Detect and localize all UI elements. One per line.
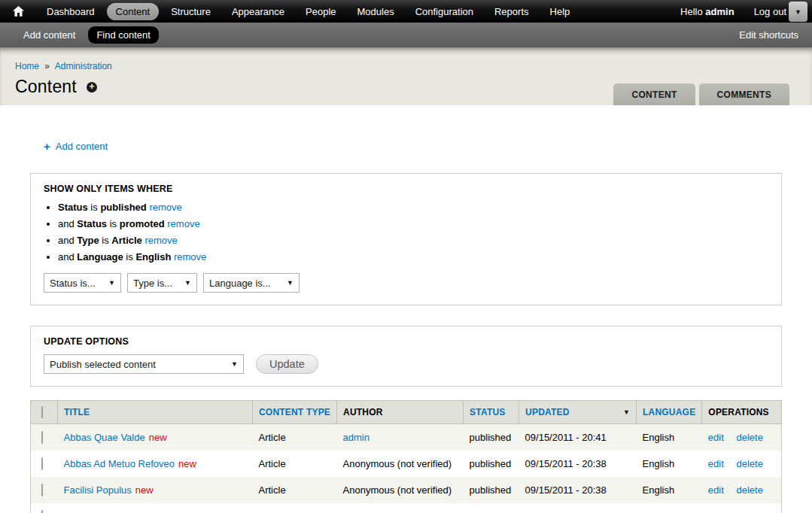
- update-select-value: Publish selected content: [50, 359, 156, 370]
- sort-desc-icon: ▼: [623, 408, 630, 416]
- table-header-cell[interactable]: STATUS: [464, 401, 519, 424]
- author-cell: Anonymous (not verified): [343, 484, 452, 496]
- toolbar-menu-item[interactable]: Dashboard: [38, 3, 104, 20]
- toolbar-menu-item[interactable]: Structure: [162, 3, 220, 20]
- row-checkbox[interactable]: [41, 431, 43, 444]
- filter-controls: Status is... ▼ Type is... ▼ Language is.…: [44, 273, 768, 293]
- column-label: OPERATIONS: [708, 407, 768, 417]
- table-row: Abbas Quae Valdenew Article admin publis…: [31, 424, 782, 451]
- column-label: UPDATED: [525, 407, 570, 417]
- node-title-link[interactable]: Abbas Quae Valde: [64, 432, 145, 443]
- table-header-cell[interactable]: OPERATIONS: [702, 401, 782, 424]
- rule-field: Type: [77, 235, 99, 246]
- chevron-down-icon: ▼: [287, 279, 293, 287]
- table-row: Facilisi Populusnew Article Anonymous (n…: [31, 477, 782, 503]
- rule-value: Article: [111, 235, 141, 246]
- chevron-down-icon: ▼: [795, 8, 801, 16]
- rule-connector: and: [58, 251, 77, 263]
- language-cell: English: [637, 451, 702, 477]
- filter-rule: and Type is Article remove: [58, 235, 768, 246]
- filter-select-value: Status is...: [50, 278, 96, 289]
- row-checkbox[interactable]: [41, 510, 43, 513]
- update-action-select[interactable]: Publish selected content ▼: [44, 354, 244, 374]
- update-button[interactable]: Update: [256, 354, 318, 374]
- toolbar-menu: Dashboard Content Structure Appearance P…: [38, 3, 582, 20]
- shortcuts-bar: Add content Find content Edit shortcuts: [0, 23, 812, 47]
- rule-remove-link[interactable]: remove: [144, 235, 177, 246]
- content-type-cell: Article: [253, 424, 337, 451]
- filter-select-value: Type is...: [133, 278, 172, 289]
- status-cell: published: [464, 451, 519, 477]
- home-icon[interactable]: [8, 3, 29, 20]
- author-cell: Anonymous (not verified): [343, 458, 452, 469]
- row-checkbox[interactable]: [41, 484, 43, 496]
- toolbar-menu-item[interactable]: People: [297, 3, 345, 20]
- toolbar-menu-item[interactable]: Appearance: [223, 3, 293, 20]
- filter-select[interactable]: Language is... ▼: [203, 273, 300, 293]
- column-label: LANGUAGE: [643, 407, 695, 417]
- row-checkbox[interactable]: [41, 457, 43, 470]
- rule-remove-link[interactable]: remove: [167, 218, 199, 229]
- table-header-cell[interactable]: UPDATED ▼: [519, 401, 637, 424]
- table-row: Dolus Obruo Pecus Sitnew Article Anonymo…: [31, 503, 782, 513]
- filter-panel: SHOW ONLY ITEMS WHERE Status is publishe…: [30, 173, 782, 305]
- tab[interactable]: COMMENTS: [699, 83, 789, 105]
- rule-remove-link[interactable]: remove: [174, 251, 206, 263]
- edit-link[interactable]: edit: [708, 458, 724, 469]
- table-header-cell[interactable]: TITLE: [58, 401, 253, 424]
- toolbar-menu-item[interactable]: Help: [541, 3, 579, 20]
- delete-link[interactable]: delete: [736, 458, 762, 469]
- column-label: TITLE: [64, 407, 90, 417]
- tab[interactable]: CONTENT: [613, 83, 695, 105]
- shortcut-item[interactable]: Add content: [15, 26, 84, 44]
- chevron-down-icon: ▼: [108, 279, 115, 287]
- delete-link[interactable]: delete: [736, 432, 762, 443]
- breadcrumb-home-link[interactable]: Home: [15, 61, 39, 71]
- new-marker: new: [178, 458, 196, 469]
- update-options-heading: UPDATE OPTIONS: [44, 336, 768, 347]
- add-content-label: Add content: [56, 141, 108, 152]
- table-header-cell[interactable]: LANGUAGE: [637, 401, 702, 424]
- toolbar-menu-item[interactable]: Reports: [485, 3, 538, 20]
- table-header-cell[interactable]: CONTENT TYPE: [253, 401, 337, 424]
- edit-link[interactable]: edit: [708, 432, 724, 443]
- column-label: STATUS: [470, 407, 505, 417]
- filter-rule: Status is published remove: [58, 202, 768, 213]
- add-content-link[interactable]: + Add content: [44, 140, 108, 153]
- node-title-link[interactable]: Facilisi Populus: [64, 484, 132, 496]
- toolbar-menu-item[interactable]: Modules: [348, 3, 403, 20]
- edit-shortcuts-link[interactable]: Edit shortcuts: [739, 29, 798, 41]
- status-cell: published: [464, 424, 519, 451]
- toolbar-menu-item[interactable]: Configuration: [406, 3, 482, 20]
- add-to-shortcuts-icon[interactable]: +: [87, 82, 97, 93]
- content-type-cell: Article: [253, 477, 337, 503]
- rule-remove-link[interactable]: remove: [149, 202, 181, 213]
- language-cell: English: [637, 503, 702, 513]
- table-header-cell[interactable]: [31, 401, 58, 424]
- table-header-cell[interactable]: AUTHOR: [337, 401, 464, 424]
- breadcrumb-separator: »: [44, 61, 50, 71]
- updated-cell: 09/15/2011 - 20:41: [519, 424, 637, 451]
- rule-value: promoted: [120, 218, 165, 229]
- plus-icon: +: [44, 140, 50, 153]
- rule-connector: and: [58, 235, 77, 246]
- delete-link[interactable]: delete: [736, 484, 762, 496]
- breadcrumb-administration-link[interactable]: Administration: [55, 61, 112, 71]
- new-marker: new: [135, 484, 154, 496]
- edit-link[interactable]: edit: [708, 484, 724, 496]
- select-all-checkbox[interactable]: [41, 406, 43, 418]
- toolbar-menu-item[interactable]: Content: [107, 3, 160, 20]
- rule-value: English: [135, 251, 171, 263]
- filter-select-value: Language is...: [209, 278, 271, 289]
- account-link[interactable]: Hello admin: [680, 6, 734, 17]
- toolbar-toggle-button[interactable]: ▼: [789, 2, 807, 22]
- node-title-link[interactable]: Abbas Ad Metuo Refoveo: [64, 458, 175, 469]
- rule-field: Status: [58, 202, 88, 213]
- logout-link[interactable]: Log out: [754, 6, 786, 17]
- status-cell: published: [464, 477, 519, 503]
- shortcut-item[interactable]: Find content: [88, 26, 159, 44]
- filter-select[interactable]: Type is... ▼: [127, 273, 197, 293]
- column-label: CONTENT TYPE: [259, 407, 330, 417]
- filter-select[interactable]: Status is... ▼: [44, 273, 121, 293]
- shortcuts-items: Add content Find content: [15, 26, 163, 44]
